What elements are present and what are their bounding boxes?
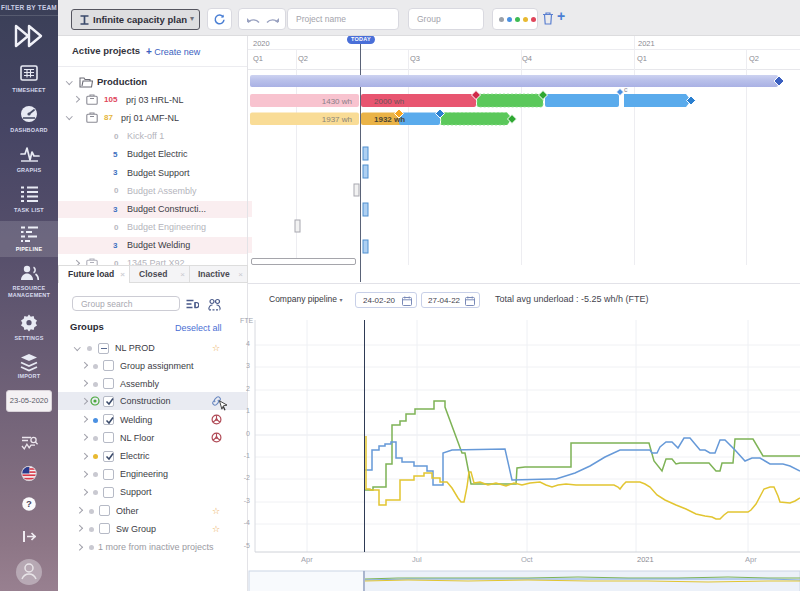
svg-text:2000 wh: 2000 wh bbox=[374, 97, 404, 106]
svg-text:1932 wh: 1932 wh bbox=[374, 115, 405, 124]
svg-text:?: ? bbox=[26, 498, 32, 509]
svg-text:c: c bbox=[624, 86, 628, 93]
svg-text:1937 wh: 1937 wh bbox=[322, 115, 352, 124]
svg-text:1430 wh: 1430 wh bbox=[322, 97, 352, 106]
